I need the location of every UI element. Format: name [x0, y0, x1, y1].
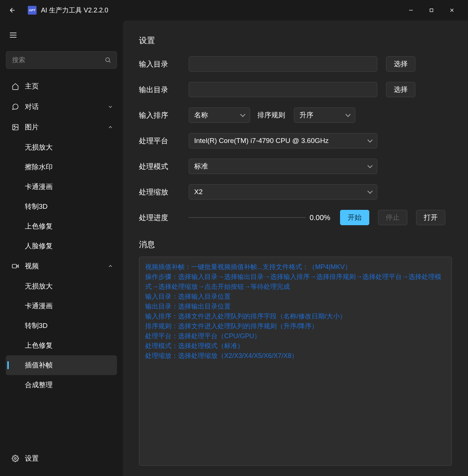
- sub-label: 上色修复: [25, 222, 53, 231]
- sub-label: 转制3D: [25, 321, 48, 330]
- sub-image-face[interactable]: 人脸修复: [6, 236, 117, 256]
- progress-label: 处理进度: [139, 213, 189, 223]
- close-button[interactable]: [442, 3, 462, 18]
- hamburger-icon: [10, 33, 16, 38]
- svg-point-10: [14, 126, 15, 127]
- platform-label: 处理平台: [139, 136, 189, 146]
- hamburger-button[interactable]: [6, 28, 20, 42]
- svg-rect-1: [430, 9, 433, 12]
- mode-select[interactable]: 标准: [189, 159, 377, 174]
- input-dir-select-button[interactable]: 选择: [386, 56, 415, 72]
- sub-label: 合成整理: [25, 380, 53, 390]
- message-title: 消息: [139, 239, 452, 250]
- chevron-down-icon: [108, 105, 113, 109]
- input-dir-field[interactable]: [189, 56, 377, 72]
- sub-label: 转制3D: [25, 202, 48, 211]
- app-icon: APT: [28, 6, 37, 15]
- content-pane: 设置 输入目录 选择 输出目录 选择 输入排序 名称 排序规则 升序 处理平台 …: [123, 20, 468, 476]
- start-button[interactable]: 开始: [340, 210, 369, 225]
- image-icon: [10, 124, 20, 131]
- video-icon: [10, 262, 20, 270]
- sub-video-compose[interactable]: 合成整理: [6, 375, 117, 395]
- scale-select[interactable]: X2: [189, 184, 377, 200]
- sub-label: 卡通漫画: [25, 301, 53, 311]
- close-icon: [449, 8, 454, 13]
- sub-label: 卡通漫画: [25, 182, 53, 192]
- sub-label: 插值补帧: [25, 360, 53, 370]
- nav-image[interactable]: 图片: [6, 117, 117, 137]
- svg-rect-11: [12, 264, 17, 268]
- sub-image-watermark[interactable]: 擦除水印: [6, 157, 117, 177]
- back-button[interactable]: [6, 4, 19, 17]
- nav-settings[interactable]: 设置: [6, 448, 117, 469]
- chevron-up-icon: [108, 264, 113, 268]
- nav-label: 图片: [25, 122, 108, 132]
- sub-video-interpolate[interactable]: 插值补帧: [6, 355, 117, 375]
- message-box: 视频插值补帧：一键批量视频插值补帧...支持文件格式：（MP4|MKV） 操作步…: [139, 257, 452, 466]
- sub-video-3d[interactable]: 转制3D: [6, 316, 117, 336]
- stop-button[interactable]: 停止: [378, 210, 407, 225]
- nav-label: 主页: [25, 82, 113, 91]
- input-sort-label: 输入排序: [139, 110, 189, 120]
- maximize-icon: [429, 8, 434, 13]
- sub-image-colorize[interactable]: 上色修复: [6, 216, 117, 236]
- minimize-button[interactable]: [401, 3, 421, 18]
- chevron-up-icon: [108, 125, 113, 129]
- sub-video-cartoon[interactable]: 卡通漫画: [6, 296, 117, 316]
- output-dir-select-button[interactable]: 选择: [386, 82, 415, 97]
- nav-label: 设置: [25, 454, 113, 463]
- minimize-icon: [408, 8, 414, 13]
- sub-label: 上色修复: [25, 341, 53, 350]
- progress-text: 0.00%: [306, 214, 334, 222]
- sub-label: 无损放大: [25, 282, 53, 291]
- settings-title: 设置: [139, 35, 452, 46]
- sort-rule-label: 排序规则: [257, 110, 285, 120]
- nav-label: 视频: [25, 261, 108, 271]
- window-title: AI 生产力工具 V2.2.2.0: [41, 6, 108, 15]
- nav-label: 对话: [25, 102, 108, 112]
- chat-icon: [10, 103, 20, 110]
- home-icon: [10, 83, 20, 90]
- nav-chat[interactable]: 对话: [6, 97, 117, 117]
- sub-label: 人脸修复: [25, 241, 53, 251]
- sub-video-upscale[interactable]: 无损放大: [6, 276, 117, 296]
- maximize-button[interactable]: [421, 3, 442, 18]
- output-dir-field[interactable]: [189, 82, 377, 97]
- nav-home[interactable]: 主页: [6, 76, 117, 97]
- mode-label: 处理模式: [139, 162, 189, 171]
- sub-image-upscale[interactable]: 无损放大: [6, 137, 117, 157]
- sort-rule-select[interactable]: 升序: [294, 107, 355, 123]
- input-sort-select[interactable]: 名称: [189, 107, 250, 123]
- sub-label: 擦除水印: [25, 162, 53, 172]
- input-dir-label: 输入目录: [139, 59, 189, 69]
- sub-image-cartoon[interactable]: 卡通漫画: [6, 177, 117, 197]
- sidebar: 主页 对话 图片 无损放大 擦除水印: [0, 20, 123, 476]
- sub-video-colorize[interactable]: 上色修复: [6, 336, 117, 355]
- scale-label: 处理缩放: [139, 187, 189, 197]
- gear-icon: [10, 455, 20, 462]
- sub-image-3d[interactable]: 转制3D: [6, 197, 117, 216]
- svg-point-12: [15, 458, 16, 460]
- back-icon: [9, 7, 16, 14]
- progress-bar: [189, 217, 306, 218]
- output-dir-label: 输出目录: [139, 85, 189, 95]
- open-button[interactable]: 打开: [416, 210, 445, 225]
- sub-label: 无损放大: [25, 143, 53, 152]
- titlebar: APT AI 生产力工具 V2.2.2.0: [0, 0, 468, 20]
- nav-video[interactable]: 视频: [6, 256, 117, 276]
- search-input[interactable]: [6, 51, 117, 69]
- platform-select[interactable]: Intel(R) Core(TM) i7-4790 CPU @ 3.60GHz: [189, 133, 377, 148]
